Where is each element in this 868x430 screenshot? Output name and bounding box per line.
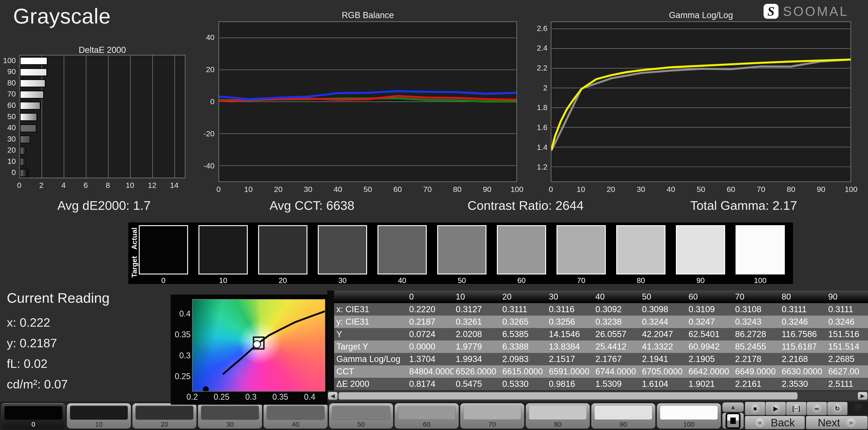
stat-avg-de2000: Avg dE2000: 1.7 xyxy=(0,198,208,213)
rgb-x-axis: 0102030405060708090100 xyxy=(219,185,517,195)
rgb-tick-label: 20 xyxy=(274,185,283,194)
table-cell: 6.5385 xyxy=(500,329,547,339)
gamma-tick-label: 1.4 xyxy=(537,143,548,152)
patch-button-30[interactable]: 30 xyxy=(198,403,262,429)
table-row: ΔE 20000.81740.54750.53300.98161.53091.6… xyxy=(334,378,868,390)
swatch-label: 100 xyxy=(736,276,785,285)
gamma-tick-label: 1.8 xyxy=(537,103,548,112)
patch-button-label: 60 xyxy=(395,421,459,428)
deltae-tick-label: 100 xyxy=(3,56,16,65)
patch-button-80[interactable]: 80 xyxy=(526,403,590,429)
deltae-chart-title: DeltaE 2000 xyxy=(19,45,185,55)
gamma-line-measured xyxy=(552,59,850,150)
patch-preview xyxy=(332,406,390,420)
table-cell: 2.2168 xyxy=(779,354,826,364)
deltae-bar xyxy=(20,90,44,99)
table-cell: 84804.0000 xyxy=(407,367,454,376)
table-cell: 26.0557 xyxy=(593,329,640,339)
patch-button-40[interactable]: 40 xyxy=(264,403,328,429)
table-cell: 2.5111 xyxy=(826,379,868,389)
window-pattern-icon xyxy=(725,412,741,429)
patch-button-20[interactable]: 20 xyxy=(132,403,196,429)
deltae-tick-label: 10 xyxy=(7,157,16,166)
deltae-y-axis: 0102030405060708090100 xyxy=(0,55,17,178)
pattern-up-button[interactable]: ▲ xyxy=(722,402,744,412)
scroll-left-button[interactable]: ◀ xyxy=(328,392,338,400)
deltae-tick-label: 0 xyxy=(11,168,16,177)
table-cell: 2.1941 xyxy=(640,354,686,364)
table-cell: 0.3092 xyxy=(593,305,640,314)
table-cell: 6526.0000 xyxy=(454,367,500,376)
row-label: Target Y xyxy=(334,342,407,351)
rgb-tick-label: 40 xyxy=(206,33,215,42)
scrollbar-thumb[interactable] xyxy=(339,392,798,399)
rgb-tick-label: 40 xyxy=(334,185,342,194)
patch-button-50[interactable]: 50 xyxy=(329,403,393,429)
grayscale-swatch xyxy=(198,225,248,274)
patch-button-60[interactable]: 60 xyxy=(395,403,459,429)
gamma-tick-label: 1.6 xyxy=(537,123,548,132)
window-pattern-toggle[interactable] xyxy=(722,413,744,429)
table-cell: 6705.0000 xyxy=(640,367,686,376)
next-button[interactable]: Next » xyxy=(806,416,868,429)
stop-button[interactable]: ■ xyxy=(745,402,765,415)
table-cell: 1.9779 xyxy=(454,342,500,351)
target-label: Target xyxy=(130,253,138,281)
deltae-bar xyxy=(20,135,31,144)
play-button[interactable]: ▶ xyxy=(766,402,786,415)
deltae-gridline xyxy=(152,55,153,178)
rgb-chart-title: RGB Balance xyxy=(219,10,517,20)
table-cell: 0.3261 xyxy=(454,317,500,327)
grayscale-swatch xyxy=(557,225,606,274)
table-cell: 2.1767 xyxy=(593,354,640,364)
table-scrollbar[interactable]: ◀ ▶ xyxy=(327,391,868,400)
table-cell: 14.1546 xyxy=(547,329,593,339)
disabled-control xyxy=(848,402,868,415)
grayscale-swatch xyxy=(616,225,665,274)
deltae-bar xyxy=(20,57,48,65)
patch-button-label: 90 xyxy=(591,421,655,428)
table-cell: 25.4412 xyxy=(593,342,640,351)
gamma-chart xyxy=(551,22,851,182)
table-column-header: 10 xyxy=(454,292,500,302)
patch-preview xyxy=(201,406,259,420)
patch-preview xyxy=(398,406,456,420)
cie-tick-label: 0.35 xyxy=(272,392,288,402)
patch-button-70[interactable]: 70 xyxy=(460,403,524,429)
swatch-label: 0 xyxy=(139,276,188,285)
row-label: y: CIE31 xyxy=(334,317,407,327)
gamma-tick-label: 10 xyxy=(577,185,585,194)
patch-preview xyxy=(463,406,521,420)
table-column-header: 40 xyxy=(593,292,640,302)
table-cell: 0.2220 xyxy=(407,305,454,314)
patch-button-10[interactable]: 10 xyxy=(67,403,131,429)
play-icon: ▶ xyxy=(771,403,781,414)
row-label: Gamma Log/Log xyxy=(334,354,407,364)
patch-button-label: 70 xyxy=(460,421,524,428)
patch-button-label: 80 xyxy=(526,421,590,428)
white-point-actual-marker xyxy=(253,341,260,348)
deltae-x-axis: 02468101214 xyxy=(19,181,185,191)
back-button[interactable]: « Back xyxy=(745,416,805,429)
rgb-tick-label: 0 xyxy=(217,185,221,194)
deltae-bar xyxy=(20,79,46,88)
refresh-button[interactable]: ↻ xyxy=(827,402,847,415)
grayscale-swatch xyxy=(139,225,188,274)
table-row: Target Y0.00001.97796.338813.838425.4412… xyxy=(334,340,868,353)
patch-button-90[interactable]: 90 xyxy=(591,403,655,429)
table-cell: 6649.0000 xyxy=(733,367,779,376)
deltae-gridline xyxy=(64,55,64,178)
deltae-bar xyxy=(20,68,47,76)
table-cell: 0.3246 xyxy=(826,317,868,327)
loop-button[interactable]: ∞ xyxy=(807,402,827,415)
scroll-right-button[interactable]: ▶ xyxy=(858,392,867,400)
patch-button-0[interactable]: 0 xyxy=(1,403,65,429)
table-row: Gamma Log/Log1.37041.99342.09832.15172.1… xyxy=(334,353,868,365)
gamma-tick-label: 70 xyxy=(757,185,765,194)
gamma-tick-label: 2.2 xyxy=(537,64,548,72)
rgb-tick-label: 100 xyxy=(510,185,524,194)
patch-button-100[interactable]: 100 xyxy=(657,403,721,429)
deltae-tick-label: 80 xyxy=(7,79,16,87)
patch-button-label: 50 xyxy=(329,421,393,428)
range-button[interactable]: [··] xyxy=(786,402,806,415)
